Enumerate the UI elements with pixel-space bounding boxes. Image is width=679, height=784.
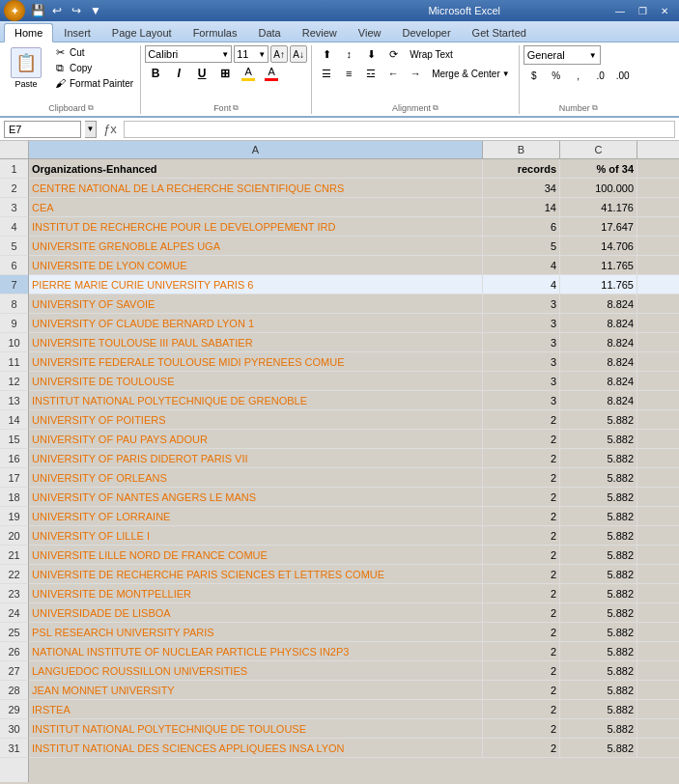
cell-b-8[interactable]: 3	[483, 294, 560, 314]
increase-decimal-button[interactable]: .00	[612, 67, 634, 84]
cell-ref-dropdown[interactable]: ▼	[85, 121, 97, 138]
cell-b-22[interactable]: 2	[483, 565, 560, 584]
cell-b-12[interactable]: 3	[483, 372, 560, 391]
cell-b-2[interactable]: 34	[483, 179, 560, 198]
row-header-4[interactable]: 4	[0, 217, 28, 237]
percent-button[interactable]: %	[546, 67, 567, 84]
format-painter-button[interactable]: 🖌 Format Painter	[50, 76, 136, 90]
text-orient-button[interactable]: ⟳	[382, 45, 404, 63]
align-right-button[interactable]: ☲	[360, 65, 382, 82]
decrease-font-button[interactable]: A↓	[290, 45, 307, 63]
cell-a-31[interactable]: INSTITUT NATIONAL DES SCIENCES APPLIQUEE…	[29, 739, 483, 758]
cell-a-10[interactable]: UNIVERSITE TOULOUSE III PAUL SABATIER	[29, 333, 483, 352]
fill-color-button[interactable]: A	[238, 65, 259, 82]
cell-b-16[interactable]: 2	[483, 449, 560, 468]
row-header-11[interactable]: 11	[0, 352, 28, 372]
tab-get-started[interactable]: Get Started	[462, 22, 537, 42]
row-header-12[interactable]: 12	[0, 372, 28, 391]
cell-b-20[interactable]: 2	[483, 526, 560, 546]
row-header-27[interactable]: 27	[0, 661, 28, 681]
cell-b-24[interactable]: 2	[483, 603, 560, 623]
row-header-31[interactable]: 31	[0, 739, 28, 758]
increase-font-button[interactable]: A↑	[270, 45, 288, 63]
row-header-10[interactable]: 10	[0, 333, 28, 352]
cell-c-9[interactable]: 8.824	[560, 314, 637, 333]
number-expand[interactable]: ⧉	[592, 103, 598, 113]
tab-home[interactable]: Home	[4, 23, 53, 42]
decrease-indent-button[interactable]: ←	[382, 65, 404, 82]
cell-b-23[interactable]: 2	[483, 584, 560, 603]
cell-a-24[interactable]: UNIVERSIDADE DE LISBOA	[29, 603, 483, 623]
cell-a-25[interactable]: PSL RESEARCH UNIVERSITY PARIS	[29, 623, 483, 642]
font-expand[interactable]: ⧉	[233, 103, 239, 113]
tab-data[interactable]: Data	[247, 22, 291, 42]
cell-a-6[interactable]: UNIVERSITE DE LYON COMUE	[29, 256, 483, 275]
cell-b-15[interactable]: 2	[483, 430, 560, 449]
cell-a-1[interactable]: Organizations-Enhanced	[29, 159, 483, 179]
number-format-selector[interactable]: General ▼	[523, 45, 601, 65]
cell-c-16[interactable]: 5.882	[560, 449, 637, 468]
cell-b-13[interactable]: 3	[483, 391, 560, 410]
cell-c-31[interactable]: 5.882	[560, 739, 637, 758]
col-header-c[interactable]: C	[560, 141, 637, 158]
tab-page-layout[interactable]: Page Layout	[101, 22, 183, 42]
formula-input[interactable]	[124, 121, 675, 138]
tab-review[interactable]: Review	[292, 22, 348, 42]
row-header-2[interactable]: 2	[0, 179, 28, 198]
cell-a-3[interactable]: CEA	[29, 198, 483, 217]
cell-a-14[interactable]: UNIVERSITY OF POITIERS	[29, 410, 483, 430]
cell-b-6[interactable]: 4	[483, 256, 560, 275]
cell-c-28[interactable]: 5.882	[560, 681, 637, 700]
cell-a-13[interactable]: INSTITUT NATIONAL POLYTECHNIQUE DE GRENO…	[29, 391, 483, 410]
currency-button[interactable]: $	[523, 67, 545, 84]
cell-a-23[interactable]: UNIVERSITE DE MONTPELLIER	[29, 584, 483, 603]
cell-b-28[interactable]: 2	[483, 681, 560, 700]
cell-c-4[interactable]: 17.647	[560, 217, 637, 237]
cell-b-4[interactable]: 6	[483, 217, 560, 237]
tab-insert[interactable]: Insert	[53, 22, 101, 42]
decrease-decimal-button[interactable]: .0	[590, 67, 611, 84]
alignment-expand[interactable]: ⧉	[433, 103, 439, 113]
cell-c-3[interactable]: 41.176	[560, 198, 637, 217]
cell-b-5[interactable]: 5	[483, 237, 560, 256]
row-header-19[interactable]: 19	[0, 507, 28, 526]
cell-a-7[interactable]: PIERRE MARIE CURIE UNIVERSITY PARIS 6	[29, 275, 483, 294]
cell-a-5[interactable]: UNIVERSITE GRENOBLE ALPES UGA	[29, 237, 483, 256]
clipboard-expand[interactable]: ⧉	[88, 103, 94, 113]
cell-a-16[interactable]: UNIVERSITY OF PARIS DIDEROT PARIS VII	[29, 449, 483, 468]
cell-b-26[interactable]: 2	[483, 642, 560, 661]
increase-indent-button[interactable]: →	[405, 65, 426, 82]
row-header-26[interactable]: 26	[0, 642, 28, 661]
cell-a-27[interactable]: LANGUEDOC ROUSSILLON UNIVERSITIES	[29, 661, 483, 681]
cell-b-29[interactable]: 2	[483, 700, 560, 719]
row-header-13[interactable]: 13	[0, 391, 28, 410]
cell-a-22[interactable]: UNIVERSITE DE RECHERCHE PARIS SCIENCES E…	[29, 565, 483, 584]
cell-c-20[interactable]: 5.882	[560, 526, 637, 546]
cell-c-6[interactable]: 11.765	[560, 256, 637, 275]
align-middle-button[interactable]: ↕	[338, 45, 359, 63]
cell-c-14[interactable]: 5.882	[560, 410, 637, 430]
cell-c-15[interactable]: 5.882	[560, 430, 637, 449]
cell-c-27[interactable]: 5.882	[560, 661, 637, 681]
cell-c-23[interactable]: 5.882	[560, 584, 637, 603]
office-button[interactable]: ✦	[4, 0, 25, 21]
cell-b-31[interactable]: 2	[483, 739, 560, 758]
col-header-a[interactable]: A	[29, 141, 483, 158]
close-button[interactable]: ✕	[654, 2, 675, 19]
cell-c-25[interactable]: 5.882	[560, 623, 637, 642]
row-header-25[interactable]: 25	[0, 623, 28, 642]
cell-b-19[interactable]: 2	[483, 507, 560, 526]
cell-b-1[interactable]: records	[483, 159, 560, 179]
minimize-button[interactable]: —	[609, 2, 631, 19]
row-header-14[interactable]: 14	[0, 410, 28, 430]
row-header-21[interactable]: 21	[0, 546, 28, 565]
cell-reference-box[interactable]: E7	[4, 121, 81, 138]
undo-button[interactable]: ↩	[48, 2, 66, 19]
cell-a-9[interactable]: UNIVERSITY OF CLAUDE BERNARD LYON 1	[29, 314, 483, 333]
cell-c-10[interactable]: 8.824	[560, 333, 637, 352]
cell-a-26[interactable]: NATIONAL INSTITUTE OF NUCLEAR PARTICLE P…	[29, 642, 483, 661]
cell-c-21[interactable]: 5.882	[560, 546, 637, 565]
cell-b-18[interactable]: 2	[483, 488, 560, 507]
row-header-28[interactable]: 28	[0, 681, 28, 700]
row-header-29[interactable]: 29	[0, 700, 28, 719]
